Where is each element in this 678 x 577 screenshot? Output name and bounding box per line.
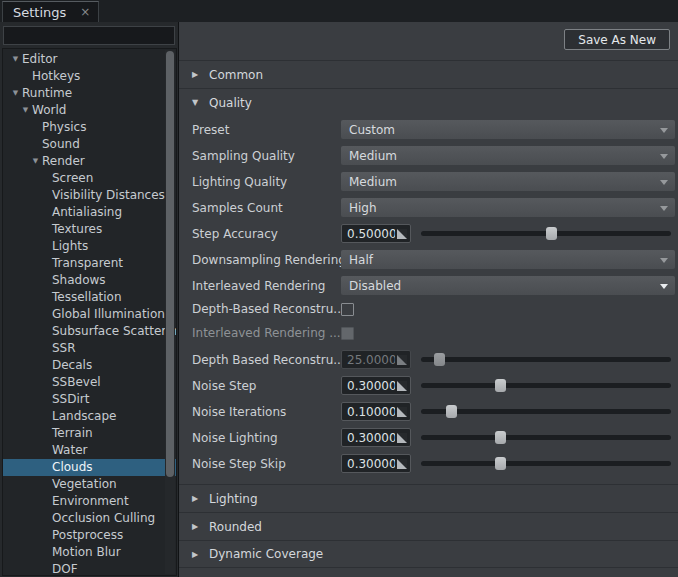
sidebar-item-postprocess[interactable]: Postprocess	[3, 527, 176, 544]
step-accuracy-spinbox[interactable]: 0.50000	[341, 224, 411, 243]
depth-based-reconstru-checkbox[interactable]	[341, 303, 354, 316]
sidebar-item-tessellation[interactable]: Tessellation	[3, 289, 176, 306]
sidebar-item-label: Visibility Distances	[52, 187, 165, 204]
noise-iterations-slider[interactable]	[421, 402, 675, 421]
sidebar-item-visibility-distances[interactable]: Visibility Distances	[3, 187, 176, 204]
expand-arrow-icon[interactable]	[9, 85, 22, 102]
tree-scrollbar-thumb[interactable]	[166, 51, 174, 477]
noise-step-skip-spinbox[interactable]: 0.30000	[341, 454, 411, 473]
noise-iterations-spinbox[interactable]: 0.10000	[341, 402, 411, 421]
sidebar-item-shadows[interactable]: Shadows	[3, 272, 176, 289]
sidebar-item-textures[interactable]: Textures	[3, 221, 176, 238]
settings-row-depth-based-reconstru: Depth-Based Reconstru...	[192, 302, 675, 316]
slider-handle[interactable]	[495, 379, 506, 392]
spin-drag-icon[interactable]	[397, 229, 407, 239]
preset-dropdown[interactable]: Custom	[341, 120, 675, 139]
tab-settings[interactable]: Settings ×	[2, 1, 99, 22]
sidebar-item-environment[interactable]: Environment	[3, 493, 176, 510]
slider-track	[421, 435, 671, 440]
sampling-quality-dropdown[interactable]: Medium	[341, 146, 675, 165]
sidebar-item-motion-blur[interactable]: Motion Blur	[3, 544, 176, 561]
save-as-new-button[interactable]: Save As New	[564, 29, 670, 50]
step-accuracy-slider[interactable]	[421, 224, 675, 243]
slider-handle	[434, 353, 445, 366]
slider-track	[421, 461, 671, 466]
chevron-down-icon	[192, 98, 209, 107]
panel-toolbar: Save As New	[179, 22, 678, 60]
sidebar-item-label: Landscape	[52, 408, 116, 425]
settings-panel: Save As New CommonQualityPresetCustomSam…	[179, 22, 678, 577]
sidebar-item-label: Postprocess	[52, 527, 123, 544]
sidebar-item-ssr[interactable]: SSR	[3, 340, 176, 357]
sidebar-item-label: SSDirt	[52, 391, 89, 408]
expand-arrow-icon[interactable]	[29, 153, 42, 170]
noise-step-slider[interactable]	[421, 376, 675, 395]
settings-row-interleaved-rendering: Interleaved Rendering ...	[192, 326, 675, 340]
row-label: Interleaved Rendering	[192, 279, 341, 293]
section-header-rounded[interactable]: Rounded	[179, 512, 678, 540]
section-header-common[interactable]: Common	[179, 60, 678, 88]
search-input[interactable]	[3, 26, 175, 45]
spin-drag-icon[interactable]	[397, 433, 407, 443]
close-icon[interactable]: ×	[80, 6, 90, 18]
sidebar-item-ssdirt[interactable]: SSDirt	[3, 391, 176, 408]
sidebar-item-antialiasing[interactable]: Antialiasing	[3, 204, 176, 221]
expand-arrow-icon[interactable]	[19, 102, 32, 119]
sidebar-item-decals[interactable]: Decals	[3, 357, 176, 374]
section-header-dynamic-coverage[interactable]: Dynamic Coverage	[179, 540, 678, 568]
sidebar-item-hotkeys[interactable]: Hotkeys	[3, 68, 176, 85]
sidebar-item-occlusion-culling[interactable]: Occlusion Culling	[3, 510, 176, 527]
noise-lighting-spinbox[interactable]: 0.30000	[341, 428, 411, 447]
noise-lighting-slider[interactable]	[421, 428, 675, 447]
row-label: Interleaved Rendering ...	[192, 326, 341, 340]
samples-count-dropdown[interactable]: High	[341, 198, 675, 217]
sidebar-item-runtime[interactable]: Runtime	[3, 85, 176, 102]
interleaved-rendering-checkbox	[341, 327, 354, 340]
tab-bar: Settings ×	[0, 0, 678, 22]
noise-step-spinbox[interactable]: 0.30000	[341, 376, 411, 395]
sidebar-item-terrain[interactable]: Terrain	[3, 425, 176, 442]
sidebar-item-world[interactable]: World	[3, 102, 176, 119]
slider-handle[interactable]	[495, 431, 506, 444]
sidebar-item-screen[interactable]: Screen	[3, 170, 176, 187]
sidebar-item-label: Environment	[52, 493, 129, 510]
sidebar-item-physics[interactable]: Physics	[3, 119, 176, 136]
dropdown-arrow-icon	[660, 180, 668, 185]
expand-arrow-icon[interactable]	[9, 51, 22, 68]
noise-step-skip-slider[interactable]	[421, 454, 675, 473]
row-label: Sampling Quality	[192, 149, 341, 163]
sidebar-item-water[interactable]: Water	[3, 442, 176, 459]
sidebar-item-global-illumination[interactable]: Global Illumination	[3, 306, 176, 323]
spin-drag-icon[interactable]	[397, 459, 407, 469]
slider-handle[interactable]	[495, 457, 506, 470]
sidebar-item-vegetation[interactable]: Vegetation	[3, 476, 176, 493]
sidebar-item-label: SSBevel	[52, 374, 101, 391]
sidebar-item-ssbevel[interactable]: SSBevel	[3, 374, 176, 391]
settings-row-step-accuracy: Step Accuracy0.50000	[192, 224, 675, 243]
settings-row-interleaved-rendering: Interleaved RenderingDisabled	[192, 276, 675, 295]
interleaved-rendering-dropdown[interactable]: Disabled	[341, 276, 675, 295]
sidebar-item-landscape[interactable]: Landscape	[3, 408, 176, 425]
tree-scrollbar-track[interactable]	[165, 50, 175, 574]
sidebar-item-sound[interactable]: Sound	[3, 136, 176, 153]
spin-drag-icon[interactable]	[397, 407, 407, 417]
sidebar-item-editor[interactable]: Editor	[3, 51, 176, 68]
lighting-quality-dropdown[interactable]: Medium	[341, 172, 675, 191]
section-header-lighting[interactable]: Lighting	[179, 484, 678, 512]
sidebar-item-clouds[interactable]: Clouds	[3, 459, 176, 476]
sidebar-item-subsurface-scattering[interactable]: Subsurface Scattering	[3, 323, 176, 340]
spinbox-value: 25.00000	[347, 353, 395, 367]
sidebar-item-label: Physics	[42, 119, 86, 136]
settings-row-lighting-quality: Lighting QualityMedium	[192, 172, 675, 191]
sidebar-item-render[interactable]: Render	[3, 153, 176, 170]
sidebar-item-dof[interactable]: DOF	[3, 561, 176, 576]
spin-drag-icon[interactable]	[397, 381, 407, 391]
section-header-quality[interactable]: Quality	[179, 88, 678, 116]
slider-handle[interactable]	[446, 405, 457, 418]
slider-handle[interactable]	[546, 227, 557, 240]
dropdown-value: Custom	[349, 123, 395, 137]
downsampling-rendering-dropdown[interactable]: Half	[341, 250, 675, 269]
depth-based-reconstru-spinbox: 25.00000	[341, 350, 411, 369]
sidebar-item-transparent[interactable]: Transparent	[3, 255, 176, 272]
sidebar-item-lights[interactable]: Lights	[3, 238, 176, 255]
